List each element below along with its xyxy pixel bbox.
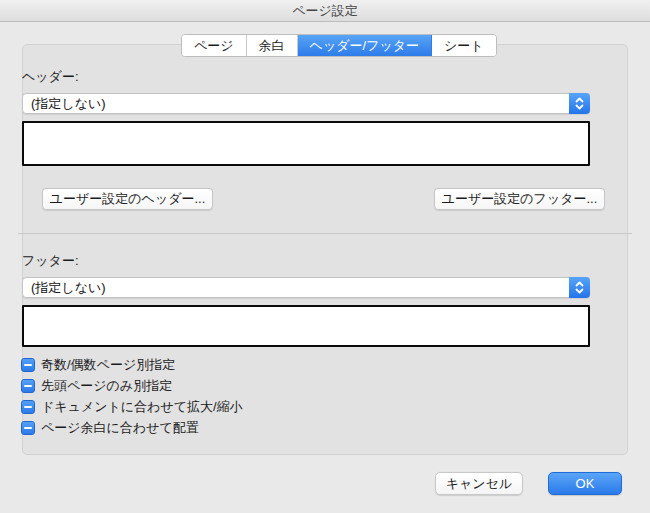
checkbox-row-first-page[interactable]: 先頭ページのみ別指定 [21, 378, 172, 394]
footer-label: フッター: [22, 252, 79, 270]
header-dropdown[interactable]: (指定しない) [22, 93, 590, 114]
header-preview-box [22, 121, 590, 166]
mixed-checkbox-icon[interactable] [21, 379, 35, 393]
footer-dropdown[interactable]: (指定しない) [22, 277, 590, 298]
footer-preview-box [22, 305, 590, 347]
tab-bar: ページ 余白 ヘッダー/フッター シート [181, 34, 497, 57]
checkbox-label: 先頭ページのみ別指定 [41, 377, 172, 395]
checkbox-label: ページ余白に合わせて配置 [41, 419, 199, 437]
dialog-titlebar: ページ設定 [0, 0, 650, 22]
chevron-up-down-icon [569, 93, 590, 114]
checkbox-row-odd-even[interactable]: 奇数/偶数ページ別指定 [21, 357, 175, 373]
checkbox-row-align-margins[interactable]: ページ余白に合わせて配置 [21, 420, 199, 436]
tab-header-footer[interactable]: ヘッダー/フッター [298, 35, 432, 56]
checkbox-label: ドキュメントに合わせて拡大/縮小 [41, 398, 243, 416]
checkbox-row-scale-with-doc[interactable]: ドキュメントに合わせて拡大/縮小 [21, 399, 243, 415]
header-label: ヘッダー: [22, 68, 79, 86]
cancel-button[interactable]: キャンセル [435, 472, 523, 495]
mixed-checkbox-icon[interactable] [21, 400, 35, 414]
custom-footer-button[interactable]: ユーザー設定のフッター... [434, 188, 605, 210]
header-dropdown-value: (指定しない) [23, 95, 569, 113]
tab-margins[interactable]: 余白 [247, 35, 298, 56]
footer-dropdown-value: (指定しない) [23, 279, 569, 297]
mixed-checkbox-icon[interactable] [21, 358, 35, 372]
custom-header-button[interactable]: ユーザー設定のヘッダー... [42, 188, 213, 210]
checkbox-label: 奇数/偶数ページ別指定 [41, 356, 175, 374]
tab-page[interactable]: ページ [182, 35, 247, 56]
section-divider [18, 233, 632, 234]
chevron-up-down-icon [569, 277, 590, 298]
mixed-checkbox-icon[interactable] [21, 421, 35, 435]
tab-sheet[interactable]: シート [432, 35, 496, 56]
dialog-title: ページ設定 [292, 2, 358, 20]
ok-button[interactable]: OK [548, 472, 622, 495]
